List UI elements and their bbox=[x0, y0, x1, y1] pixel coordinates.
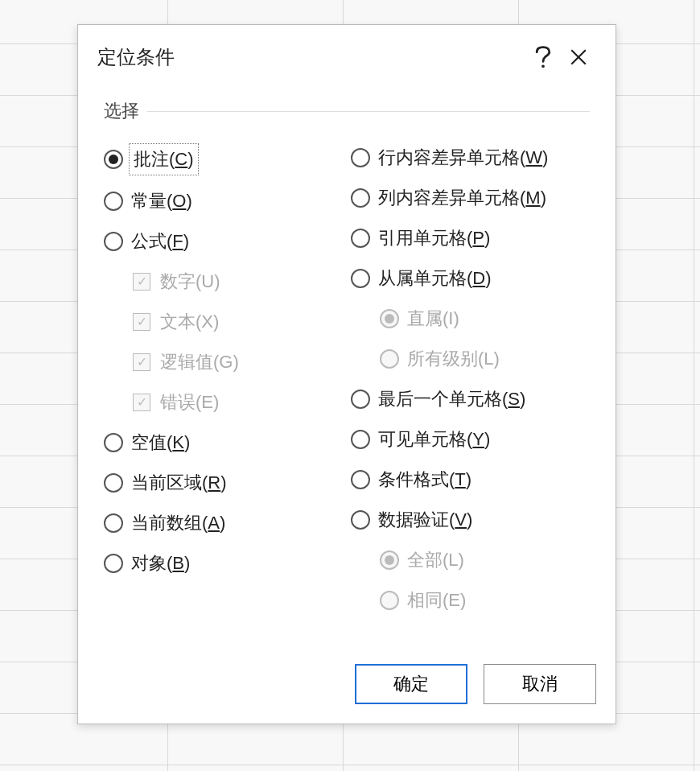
option-dependents[interactable]: 从属单元格(D) bbox=[351, 258, 590, 299]
checkbox-icon: ✓ bbox=[133, 313, 150, 331]
close-button[interactable] bbox=[561, 39, 596, 75]
options-column-right: 行内容差异单元格(W)列内容差异单元格(M)引用单元格(P)从属单元格(D)直属… bbox=[351, 138, 590, 621]
option-all-levels: 所有级别(L) bbox=[351, 339, 590, 379]
option-logicals: ✓逻辑值(G) bbox=[104, 342, 343, 382]
option-col-diff[interactable]: 列内容差异单元格(M) bbox=[351, 178, 590, 218]
option-label: 对象(B) bbox=[131, 551, 190, 575]
option-label: 错误(E) bbox=[160, 390, 219, 414]
radio-icon bbox=[380, 349, 399, 369]
option-errors: ✓错误(E) bbox=[104, 382, 343, 423]
radio-icon bbox=[104, 473, 123, 493]
svg-point-0 bbox=[541, 64, 545, 68]
section-header: 选择 bbox=[104, 99, 590, 123]
dialog-titlebar: 定位条件 bbox=[78, 25, 616, 83]
option-label: 条件格式(T) bbox=[378, 468, 471, 492]
option-label: 当前区域(R) bbox=[131, 471, 227, 495]
option-label: 逻辑值(G) bbox=[160, 350, 239, 374]
option-label: 从属单元格(D) bbox=[378, 266, 492, 291]
dialog-content: 选择 批注(C)常量(O)公式(F)✓数字(U)✓文本(X)✓逻辑值(G)✓错误… bbox=[78, 83, 616, 648]
option-row-diff[interactable]: 行内容差异单元格(W) bbox=[351, 138, 590, 178]
option-direct: 直属(I) bbox=[351, 299, 590, 339]
radio-icon bbox=[351, 229, 370, 248]
option-label: 当前数组(A) bbox=[131, 511, 225, 535]
radio-icon bbox=[351, 430, 370, 449]
option-label: 列内容差异单元格(M) bbox=[378, 186, 546, 210]
options-columns: 批注(C)常量(O)公式(F)✓数字(U)✓文本(X)✓逻辑值(G)✓错误(E)… bbox=[104, 138, 590, 621]
option-label: 行内容差异单元格(W) bbox=[378, 146, 548, 170]
option-data-validation[interactable]: 数据验证(V) bbox=[351, 500, 590, 540]
radio-icon bbox=[351, 269, 370, 288]
option-comments[interactable]: 批注(C) bbox=[104, 138, 343, 181]
check-icon: ✓ bbox=[137, 315, 147, 328]
option-label: 数字(U) bbox=[160, 270, 220, 294]
radio-icon bbox=[380, 309, 399, 328]
radio-icon bbox=[351, 148, 370, 167]
radio-icon bbox=[104, 433, 123, 452]
ok-button[interactable]: 确定 bbox=[355, 664, 467, 704]
radio-icon bbox=[104, 232, 123, 251]
option-label: 引用单元格(P) bbox=[378, 226, 490, 250]
section-divider bbox=[147, 111, 590, 112]
option-label: 常量(O) bbox=[131, 189, 192, 213]
radio-dot-icon bbox=[109, 155, 118, 164]
option-last-cell[interactable]: 最后一个单元格(S) bbox=[351, 379, 590, 419]
section-label: 选择 bbox=[104, 99, 139, 123]
option-label: 空值(K) bbox=[131, 431, 190, 455]
option-label: 直属(I) bbox=[407, 307, 459, 331]
checkbox-icon: ✓ bbox=[133, 273, 150, 291]
cancel-button[interactable]: 取消 bbox=[484, 664, 596, 704]
dialog-buttons: 确定 取消 bbox=[78, 648, 616, 724]
check-icon: ✓ bbox=[137, 356, 147, 369]
option-dv-all: 全部(L) bbox=[351, 540, 590, 580]
checkbox-icon: ✓ bbox=[133, 353, 150, 371]
option-label: 公式(F) bbox=[131, 229, 189, 254]
option-label: 可见单元格(Y) bbox=[378, 427, 490, 451]
check-icon: ✓ bbox=[137, 275, 147, 288]
option-blanks[interactable]: 空值(K) bbox=[104, 423, 343, 463]
option-label: 文本(X) bbox=[160, 310, 219, 334]
option-text: ✓文本(X) bbox=[104, 302, 343, 342]
option-formulas[interactable]: 公式(F) bbox=[104, 221, 343, 262]
radio-dot-icon bbox=[385, 555, 394, 565]
option-precedents[interactable]: 引用单元格(P) bbox=[351, 218, 590, 258]
radio-icon bbox=[351, 470, 370, 489]
option-cond-format[interactable]: 条件格式(T) bbox=[351, 460, 590, 500]
option-objects[interactable]: 对象(B) bbox=[104, 543, 343, 583]
radio-icon bbox=[104, 513, 123, 533]
radio-icon bbox=[104, 554, 123, 573]
option-label: 全部(L) bbox=[407, 548, 464, 572]
go-to-special-dialog: 定位条件 选择 批注(C)常量(O)公式(F)✓数字(U)✓文本(X)✓逻辑值(… bbox=[77, 24, 616, 724]
help-button[interactable] bbox=[525, 39, 561, 75]
option-current-region[interactable]: 当前区域(R) bbox=[104, 463, 343, 503]
option-label: 相同(E) bbox=[407, 588, 466, 612]
radio-dot-icon bbox=[385, 314, 394, 324]
radio-icon bbox=[351, 510, 370, 530]
radio-icon bbox=[104, 150, 123, 169]
option-numbers: ✓数字(U) bbox=[104, 262, 343, 302]
help-icon bbox=[535, 46, 551, 68]
option-label: 所有级别(L) bbox=[407, 347, 500, 371]
check-icon: ✓ bbox=[137, 396, 147, 409]
checkbox-icon: ✓ bbox=[133, 394, 150, 411]
dialog-title: 定位条件 bbox=[97, 44, 525, 70]
option-label: 批注(C) bbox=[131, 146, 196, 173]
radio-icon bbox=[380, 591, 399, 610]
ok-button-label: 确定 bbox=[393, 672, 429, 696]
radio-icon bbox=[104, 192, 123, 211]
radio-icon bbox=[351, 188, 370, 208]
option-label: 数据验证(V) bbox=[378, 508, 472, 532]
option-label: 最后一个单元格(S) bbox=[378, 387, 525, 411]
option-current-array[interactable]: 当前数组(A) bbox=[104, 503, 343, 543]
option-visible[interactable]: 可见单元格(Y) bbox=[351, 419, 590, 460]
radio-icon bbox=[380, 550, 399, 570]
cancel-button-label: 取消 bbox=[522, 672, 558, 696]
close-icon bbox=[570, 48, 587, 66]
radio-icon bbox=[351, 390, 370, 409]
options-column-left: 批注(C)常量(O)公式(F)✓数字(U)✓文本(X)✓逻辑值(G)✓错误(E)… bbox=[104, 138, 343, 621]
option-dv-same: 相同(E) bbox=[351, 580, 590, 621]
option-constants[interactable]: 常量(O) bbox=[104, 181, 343, 221]
